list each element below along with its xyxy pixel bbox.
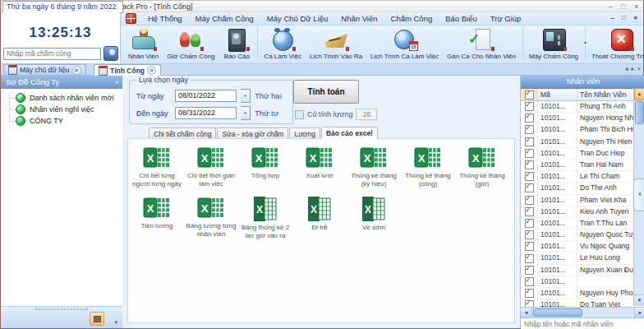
row-checkbox-cell[interactable] [521, 101, 538, 112]
employee-row[interactable]: 10101... Tran Hai Nam [521, 160, 633, 171]
mdi-minimize-button[interactable]: – [608, 13, 617, 22]
row-checkbox[interactable] [525, 254, 534, 263]
tab-list-close-icon[interactable]: × [637, 66, 641, 72]
tab-bao-cao-excel[interactable]: Báo cáo excel [321, 127, 378, 139]
employee-row[interactable]: 10101... Nguyen Thi Hien [521, 137, 633, 148]
excel-report-button[interactable]: X X Chi tiết từng người từng ngày [130, 146, 184, 188]
tab-scroll-right-icon[interactable]: ▸ [631, 66, 634, 72]
row-checkbox[interactable] [525, 172, 534, 181]
row-checkbox-cell[interactable] [521, 206, 538, 217]
row-checkbox-cell[interactable] [521, 137, 538, 147]
toolbar-button[interactable]: Gán Ca Cho Nhân Viên [443, 26, 523, 60]
row-checkbox-cell[interactable] [521, 124, 538, 135]
row-checkbox[interactable] [525, 289, 534, 298]
row-checkbox[interactable] [525, 196, 534, 205]
row-checkbox[interactable] [525, 230, 534, 239]
row-checkbox[interactable] [525, 149, 534, 158]
row-checkbox[interactable] [525, 242, 534, 251]
to-date-input[interactable]: 08/31/2022 [175, 107, 237, 119]
scroll-down-icon[interactable]: ▼ [634, 294, 644, 306]
row-checkbox-cell[interactable] [521, 218, 538, 229]
tab-close-icon[interactable]: × [72, 66, 81, 75]
excel-report-button[interactable]: X X Thống kê tháng (giờ) [455, 146, 509, 188]
employee-row[interactable]: 10101... Nguyen Hong Nhung [521, 113, 633, 124]
tree-item[interactable]: CÔNG TY [1, 115, 122, 127]
menu-item[interactable]: Báo Biểu [439, 13, 484, 24]
toolbar-button[interactable]: Giờ Chấm Công [163, 26, 218, 60]
employee-search-input[interactable] [521, 317, 644, 329]
calculate-button[interactable]: Tính toán [293, 80, 359, 104]
excel-report-button[interactable]: X X Bảng thống kê 2 lần giờ vào ra [238, 196, 292, 239]
employee-row[interactable]: 10101... Kieu Anh Tuyen [521, 206, 633, 218]
tab-close-icon[interactable]: × [147, 66, 156, 75]
row-checkbox[interactable] [525, 114, 534, 123]
row-checkbox[interactable] [525, 219, 534, 228]
column-header-code[interactable]: Mã [538, 89, 577, 100]
employee-row[interactable]: 10101... Nguyen Huy Phong [521, 288, 633, 299]
collapse-handle[interactable]: ‹ [633, 178, 644, 211]
excel-report-button[interactable]: X X Thống kê tháng (công) [401, 146, 455, 188]
select-all-cell[interactable] [521, 89, 538, 100]
tab-may-chu-du-lieu[interactable]: Máy chủ dữ liệu × [3, 64, 86, 75]
navbar-overflow-icon[interactable]: ▾ [114, 319, 117, 326]
row-checkbox[interactable] [525, 102, 534, 111]
row-checkbox-cell[interactable] [521, 253, 538, 263]
toolbar-button[interactable]: Ca Làm Việc [260, 26, 306, 60]
mdi-restore-button[interactable]: □ [619, 13, 628, 22]
from-date-spinner[interactable]: ▾ [241, 89, 251, 103]
tab-tinh-cong[interactable]: Tính Công × [94, 64, 161, 76]
employee-row[interactable]: 10101... Do The Anh [521, 183, 633, 194]
vertical-scroll-thumb[interactable] [635, 101, 644, 124]
excel-report-button[interactable]: X X Tiền lương [130, 196, 184, 239]
navbar-shortcut-button[interactable] [90, 312, 104, 326]
close-button[interactable]: × [630, 2, 643, 12]
toolbar-button[interactable]: Báo Cáo [218, 26, 258, 60]
row-checkbox-cell[interactable] [521, 276, 538, 287]
excel-report-button[interactable]: X X Chi tiết thời gian làm việc [184, 146, 238, 188]
salary-checkbox[interactable] [295, 110, 304, 119]
menu-item[interactable]: Chấm Công [384, 13, 439, 24]
employee-row[interactable]: 10101... Pham Viet Kha [521, 195, 633, 206]
row-checkbox-cell[interactable] [521, 113, 538, 123]
employee-row[interactable]: 10101... [521, 276, 633, 288]
row-checkbox-cell[interactable] [521, 183, 538, 193]
employee-row[interactable]: 10101... Vu Ngoc Quang [521, 241, 633, 253]
mdi-close-button[interactable]: × [631, 13, 640, 22]
select-all-checkbox[interactable] [525, 90, 534, 100]
row-checkbox[interactable] [525, 125, 534, 134]
excel-report-button[interactable]: X X Bảng lương từng nhân viên [184, 196, 238, 239]
row-checkbox[interactable] [525, 137, 534, 146]
employee-row[interactable]: 10101... Phung Thi Anh [521, 101, 633, 113]
tab-scroll-left-icon[interactable]: ◂ [625, 66, 628, 72]
row-checkbox[interactable] [525, 183, 534, 192]
row-checkbox-cell[interactable] [521, 195, 538, 206]
row-checkbox[interactable] [525, 266, 534, 275]
employee-row[interactable]: 10101... Nguyen Xuan Dung [521, 265, 633, 276]
tab-sua-xoa-gio-cham[interactable]: Sửa - xóa giờ chấm [217, 127, 288, 139]
excel-report-button[interactable]: X X Tổng hợp [238, 146, 292, 188]
from-date-input[interactable]: 08/01/2022 [175, 90, 237, 102]
row-checkbox[interactable] [525, 207, 534, 216]
employee-row[interactable]: 10101... Tran T.Thu Lan [521, 218, 633, 229]
row-checkbox[interactable] [525, 277, 534, 286]
row-checkbox-cell[interactable] [521, 160, 538, 170]
toolbar-button[interactable]: ▾ Máy Chấm Công [525, 26, 586, 60]
toolbar-button[interactable]: Nhân Viên [124, 26, 163, 60]
row-checkbox-cell[interactable] [521, 265, 538, 276]
menu-item[interactable]: Trợ Giúp [484, 13, 528, 24]
excel-report-button[interactable]: X X Xuất lưới [292, 146, 347, 188]
submit-code-button[interactable] [104, 46, 118, 61]
to-date-spinner[interactable]: ▾ [241, 106, 251, 120]
scroll-up-icon[interactable]: ▲ [634, 88, 644, 100]
row-checkbox[interactable] [525, 160, 534, 169]
row-checkbox-cell[interactable] [521, 288, 538, 299]
splitter-grip[interactable] [35, 308, 88, 310]
row-checkbox-cell[interactable] [521, 229, 538, 240]
row-checkbox-cell[interactable] [521, 241, 538, 252]
row-checkbox-cell[interactable] [521, 148, 538, 159]
row-checkbox-cell[interactable] [521, 171, 538, 182]
menu-item[interactable]: Nhân Viên [334, 13, 384, 24]
restore-button[interactable]: □ [617, 2, 630, 12]
tab-chi-tiet-cham-cong[interactable]: Chi tiết chấm công [149, 127, 216, 139]
tree-item[interactable]: Nhân viên nghỉ việc [1, 104, 122, 115]
